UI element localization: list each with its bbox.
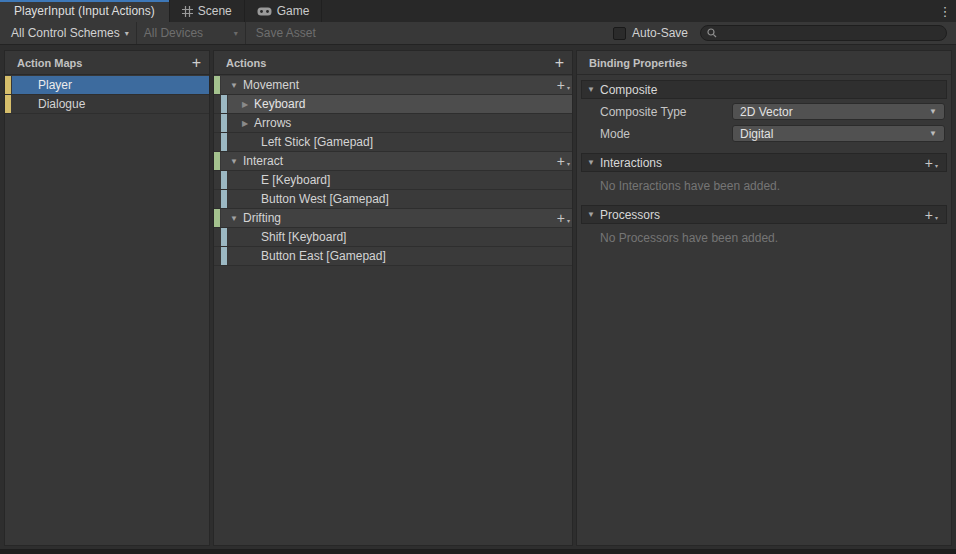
kebab-menu-icon[interactable]: ⋮	[934, 0, 956, 22]
action-map-body[interactable]: Player	[12, 76, 209, 94]
binding-body[interactable]: E [Keyboard]	[228, 171, 572, 189]
tab-scene[interactable]: Scene	[170, 0, 245, 22]
add-binding-button[interactable]: +▾	[557, 155, 565, 167]
binding-properties-title: Binding Properties	[589, 57, 687, 69]
action-map-body[interactable]: Dialogue	[12, 95, 209, 113]
action-map-color-strip	[5, 76, 11, 94]
devices-dropdown[interactable]: All Devices ▾	[137, 22, 245, 44]
binding-label: Button West [Gamepad]	[261, 192, 389, 206]
tree-indent	[214, 114, 221, 132]
action-row[interactable]: ▼Interact+▾	[214, 152, 572, 171]
plus-icon: +	[557, 210, 565, 226]
processors-empty-message: No Processors have been added.	[581, 224, 947, 255]
tab-playerinput-input-actions[interactable]: PlayerInput (Input Actions)	[0, 0, 170, 22]
action-map-color-strip	[5, 95, 11, 113]
tree-indent	[214, 171, 221, 189]
auto-save-checkbox[interactable]	[613, 27, 626, 40]
binding-color-strip	[221, 133, 227, 151]
binding-color-strip	[221, 228, 227, 246]
add-processor-button[interactable]: +▾	[925, 209, 933, 221]
binding-label: Left Stick [Gamepad]	[261, 135, 373, 149]
foldout-open-icon[interactable]: ▼	[228, 157, 240, 166]
scene-grid-icon	[182, 6, 193, 17]
action-maps-panel: Action Maps + PlayerDialogue	[4, 50, 210, 546]
plus-icon: +	[557, 77, 565, 93]
gamepad-icon	[257, 7, 272, 16]
composite-row[interactable]: ▶Keyboard	[214, 95, 572, 114]
binding-row[interactable]: Left Stick [Gamepad]	[214, 133, 572, 152]
foldout-open-icon[interactable]: ▼	[228, 214, 240, 223]
caret-down-icon: ▾	[935, 212, 938, 224]
action-label: Movement	[243, 78, 299, 92]
tree-indent	[214, 247, 221, 265]
composite-body[interactable]: ▶Keyboard	[228, 95, 572, 113]
foldout-open-icon: ▼	[587, 210, 598, 219]
composite-section-header[interactable]: ▼ Composite	[581, 80, 947, 99]
foldout-closed-icon[interactable]: ▶	[239, 100, 251, 109]
binding-color-strip	[221, 247, 227, 265]
tab-game[interactable]: Game	[245, 0, 323, 22]
tab-label: Scene	[198, 4, 232, 18]
tab-label: PlayerInput (Input Actions)	[14, 4, 155, 18]
binding-properties-header: Binding Properties	[577, 51, 951, 75]
foldout-open-icon[interactable]: ▼	[228, 81, 240, 90]
binding-color-strip	[221, 171, 227, 189]
binding-row[interactable]: E [Keyboard]	[214, 171, 572, 190]
composite-body[interactable]: ▶Arrows	[228, 114, 572, 132]
binding-body[interactable]: Shift [Keyboard]	[228, 228, 572, 246]
mode-field: Mode Digital ▼	[581, 124, 947, 143]
action-body[interactable]: ▼Interact+▾	[221, 152, 572, 170]
composite-label: Keyboard	[254, 97, 305, 111]
action-body[interactable]: ▼Movement+▾	[221, 76, 572, 94]
action-maps-title: Action Maps	[17, 57, 82, 69]
binding-properties-body: ▼ Composite Composite Type 2D Vector ▼ M…	[577, 75, 951, 255]
interactions-section-header[interactable]: ▼ Interactions +▾	[581, 153, 947, 172]
foldout-open-icon: ▼	[587, 85, 598, 94]
composite-type-field: Composite Type 2D Vector ▼	[581, 102, 947, 121]
add-binding-button[interactable]: +▾	[557, 212, 565, 224]
toolbar: All Control Schemes ▾ All Devices ▾ Save…	[0, 22, 956, 45]
add-action-button[interactable]: +	[555, 56, 564, 70]
binding-label: Button East [Gamepad]	[261, 249, 386, 263]
search-icon	[707, 28, 717, 38]
actions-panel: Actions + ▼Movement+▾▶Keyboard▶ArrowsLef…	[213, 50, 573, 546]
binding-row[interactable]: Shift [Keyboard]	[214, 228, 572, 247]
dropdown-arrow-icon: ▼	[929, 107, 937, 116]
binding-row[interactable]: Button East [Gamepad]	[214, 247, 572, 266]
foldout-closed-icon[interactable]: ▶	[239, 119, 251, 128]
action-label: Drifting	[243, 211, 281, 225]
binding-label: E [Keyboard]	[261, 173, 330, 187]
add-interaction-button[interactable]: +▾	[925, 157, 933, 169]
add-action-map-button[interactable]: +	[192, 56, 201, 70]
save-asset-button[interactable]: Save Asset	[246, 26, 326, 40]
action-row[interactable]: ▼Drifting+▾	[214, 209, 572, 228]
composite-type-dropdown[interactable]: 2D Vector ▼	[732, 103, 945, 120]
binding-body[interactable]: Button East [Gamepad]	[228, 247, 572, 265]
chevron-down-icon: ▾	[234, 29, 238, 38]
action-color-strip	[214, 76, 220, 94]
add-binding-button[interactable]: +▾	[557, 79, 565, 91]
binding-body[interactable]: Left Stick [Gamepad]	[228, 133, 572, 151]
action-body[interactable]: ▼Drifting+▾	[221, 209, 572, 227]
control-schemes-dropdown[interactable]: All Control Schemes ▾	[4, 22, 136, 44]
composite-row[interactable]: ▶Arrows	[214, 114, 572, 133]
action-row[interactable]: ▼Movement+▾	[214, 76, 572, 95]
actions-header: Actions +	[214, 51, 572, 75]
tab-label: Game	[277, 4, 310, 18]
action-map-row[interactable]: Dialogue	[5, 95, 209, 114]
tree-indent	[214, 133, 221, 151]
plus-icon: +	[557, 153, 565, 169]
search-input[interactable]	[721, 27, 940, 39]
binding-body[interactable]: Button West [Gamepad]	[228, 190, 572, 208]
composite-type-label: Composite Type	[600, 105, 732, 119]
action-map-row[interactable]: Player	[5, 76, 209, 95]
panels-area: Action Maps + PlayerDialogue Actions + ▼…	[0, 45, 956, 546]
action-color-strip	[214, 152, 220, 170]
binding-row[interactable]: Button West [Gamepad]	[214, 190, 572, 209]
binding-label: Shift [Keyboard]	[261, 230, 346, 244]
processors-section-header[interactable]: ▼ Processors +▾	[581, 205, 947, 224]
search-box[interactable]	[700, 25, 947, 41]
action-maps-header: Action Maps +	[5, 51, 209, 75]
mode-dropdown[interactable]: Digital ▼	[732, 125, 945, 142]
window-bottom-edge	[0, 549, 956, 554]
